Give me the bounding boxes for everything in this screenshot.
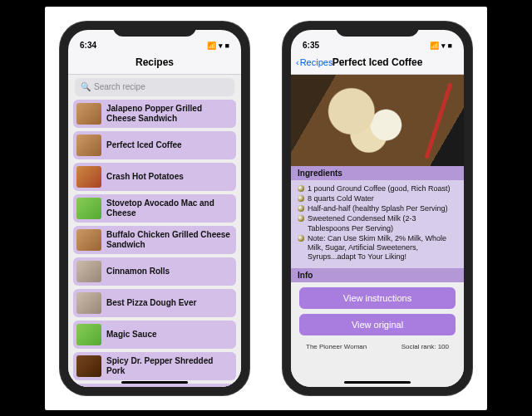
ingredient-text: Sweetened Condensed Milk (2-3 Tablespoon…	[308, 214, 457, 233]
back-button[interactable]: ‹ Recipes	[296, 57, 332, 67]
recipe-footer: The Pioneer Woman Social rank: 100	[299, 340, 456, 350]
ingredient-text: Note: Can Use Skim Milk, 2% Milk, Whole …	[308, 234, 457, 262]
ingredient-text: Half-and-half (healthy Splash Per Servin…	[308, 204, 448, 213]
recipe-thumb	[76, 229, 101, 251]
ingredient-item: 1 pound Ground Coffee (good, Rich Roast)	[298, 184, 457, 193]
ingredient-item: 8 quarts Cold Water	[298, 194, 457, 203]
recipe-title: Jalapeno Popper Grilled Cheese Sandwich	[106, 104, 233, 123]
clock: 6:35	[303, 41, 319, 50]
wifi-icon: ▾	[219, 42, 223, 50]
search-icon: 🔍	[81, 82, 91, 91]
recipe-row[interactable]: Buffalo Chicken Grilled Cheese Sandwich	[73, 226, 236, 254]
home-indicator[interactable]	[344, 381, 411, 384]
recipe-title: Magic Sauce	[106, 330, 157, 340]
recipe-row[interactable]: Best Pizza Dough Ever	[73, 289, 236, 317]
recipe-row[interactable]: Parmesan Roasted Potatoes	[73, 384, 236, 387]
recipe-thumb	[76, 292, 101, 314]
recipe-row[interactable]: Perfect Iced Coffee	[73, 131, 236, 159]
recipe-title: Spicy Dr. Pepper Shredded Pork	[106, 356, 233, 375]
recipe-row[interactable]: Spicy Dr. Pepper Shredded Pork	[73, 352, 236, 380]
signal-icon: 📶	[207, 42, 216, 50]
recipe-list: Jalapeno Popper Grilled Cheese SandwichP…	[68, 100, 241, 387]
wifi-icon: ▾	[441, 42, 446, 50]
recipe-thumb	[76, 324, 101, 345]
home-indicator[interactable]	[121, 381, 188, 384]
battery-icon: ■	[448, 42, 452, 50]
straw	[424, 82, 452, 159]
recipe-title: Perfect Iced Coffee	[106, 140, 182, 150]
phone-detail: 6:35 📶 ▾ ■ ‹ Recipes Perfect Iced Coffee…	[283, 22, 472, 395]
search-placeholder: Search recipe	[94, 82, 145, 91]
bullet-icon	[298, 215, 304, 222]
search-input[interactable]: 🔍 Search recipe	[75, 78, 234, 96]
recipe-title: Stovetop Avocado Mac and Cheese	[106, 198, 233, 218]
signal-icon: 📶	[430, 42, 439, 50]
nav-bar: ‹ Recipes Perfect Iced Coffee	[291, 51, 464, 75]
ingredient-text: 8 quarts Cold Water	[308, 194, 374, 203]
view-original-button[interactable]: View original	[299, 314, 456, 335]
ingredients-section: 1 pound Ground Coffee (good, Rich Roast)…	[291, 180, 464, 268]
status-icons: 📶 ▾ ■	[207, 42, 229, 50]
notch	[113, 22, 196, 37]
page-title: Recipes	[135, 56, 174, 68]
phone-list: 6:34 📶 ▾ ■ Recipes 🔍 Search recipe Jalap…	[60, 22, 249, 395]
bullet-icon	[298, 205, 304, 212]
recipe-thumb	[76, 198, 101, 219]
ingredients-header: Ingredients	[291, 166, 464, 180]
notch	[336, 22, 419, 37]
info-section: View instructions View original The Pion…	[291, 282, 464, 355]
back-label: Recipes	[300, 57, 333, 67]
recipe-row[interactable]: Crash Hot Potatoes	[73, 163, 236, 191]
bullet-icon	[298, 235, 304, 242]
recipe-title: Cinnamon Rolls	[106, 267, 170, 277]
ingredient-item: Half-and-half (healthy Splash Per Servin…	[298, 204, 457, 213]
view-instructions-button[interactable]: View instructions	[299, 287, 456, 309]
publisher-label: The Pioneer Woman	[306, 343, 367, 350]
recipe-title: Best Pizza Dough Ever	[106, 298, 196, 308]
chevron-left-icon: ‹	[296, 57, 299, 67]
social-rank-label: Social rank: 100	[401, 343, 449, 350]
recipe-thumb	[76, 103, 101, 125]
bullet-icon	[298, 185, 304, 192]
recipe-thumb	[76, 355, 101, 377]
bullet-icon	[298, 195, 304, 202]
ingredient-item: Sweetened Condensed Milk (2-3 Tablespoon…	[298, 214, 457, 233]
nav-bar: Recipes	[68, 51, 241, 75]
status-icons: 📶 ▾ ■	[430, 42, 452, 50]
battery-icon: ■	[225, 42, 229, 50]
page-title: Perfect Iced Coffee	[332, 56, 423, 68]
recipe-row[interactable]: Magic Sauce	[73, 321, 236, 349]
recipe-hero-image	[291, 75, 464, 166]
recipe-title: Crash Hot Potatoes	[106, 172, 184, 182]
recipe-row[interactable]: Jalapeno Popper Grilled Cheese Sandwich	[73, 100, 236, 128]
recipe-title: Buffalo Chicken Grilled Cheese Sandwich	[106, 230, 233, 249]
recipe-thumb	[76, 135, 101, 156]
info-header: Info	[291, 268, 464, 282]
recipe-thumb	[76, 261, 101, 282]
recipe-row[interactable]: Stovetop Avocado Mac and Cheese	[73, 194, 236, 223]
ingredient-text: 1 pound Ground Coffee (good, Rich Roast)	[308, 184, 450, 193]
ingredient-item: Note: Can Use Skim Milk, 2% Milk, Whole …	[298, 234, 457, 262]
recipe-row[interactable]: Cinnamon Rolls	[73, 257, 236, 286]
clock: 6:34	[80, 41, 96, 50]
recipe-thumb	[76, 166, 101, 188]
